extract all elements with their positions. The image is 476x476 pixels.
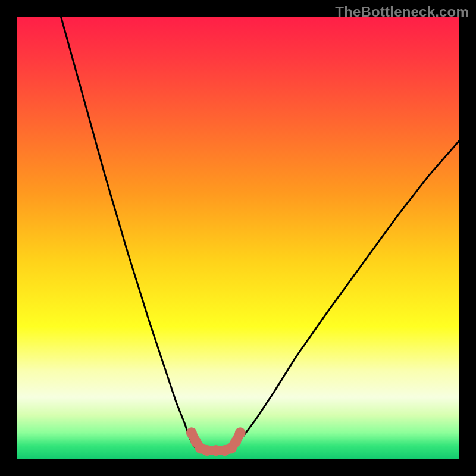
watermark-label: TheBottleneck.com bbox=[335, 4, 469, 20]
chart-svg bbox=[17, 17, 459, 459]
gradient-background bbox=[17, 17, 459, 459]
plot-area bbox=[17, 17, 459, 459]
outer-frame: TheBottleneck.com bbox=[0, 0, 476, 476]
marker-dot bbox=[235, 427, 246, 438]
